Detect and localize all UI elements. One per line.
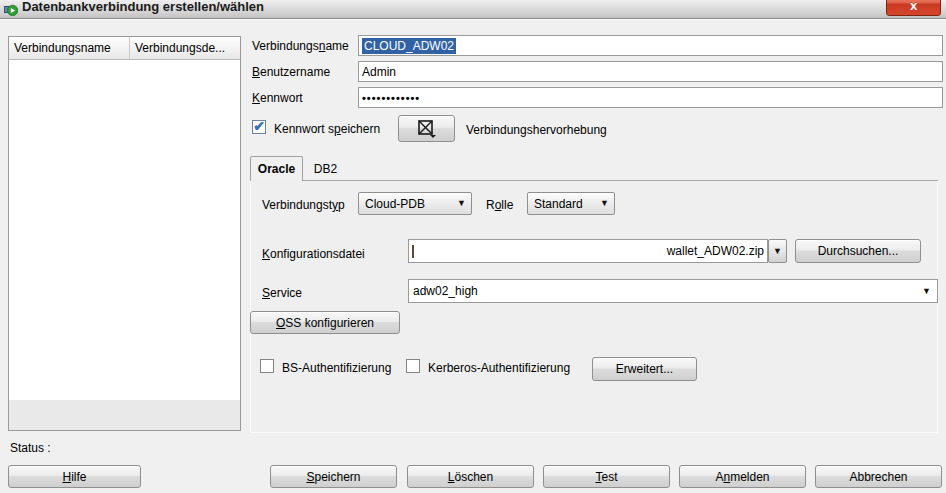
connection-type-select[interactable]: Cloud-PDB ▼ (358, 192, 472, 215)
label-part: Status : (10, 441, 51, 455)
label-mnemonic: K (252, 91, 260, 105)
column-header-details-label: Verbindungsde... (135, 41, 225, 55)
service-value: adw02_high (413, 284, 478, 298)
titlebar-divider (0, 19, 946, 20)
test-button-label: Test (595, 470, 617, 484)
label-mnemonic: K (262, 247, 270, 261)
username-label: Benutzername (252, 65, 330, 79)
role-label: Rolle (486, 198, 513, 212)
browse-button[interactable]: Durchsuchen... (795, 239, 921, 263)
service-select[interactable]: adw02_high ▼ (408, 279, 938, 303)
label-part: BS-Authentifizierung (282, 361, 391, 375)
close-icon: x (910, 0, 917, 13)
text-cursor (412, 245, 414, 258)
checkmark-icon: ✔ (253, 119, 265, 133)
os-auth-label: BS-Authentifizierung (282, 361, 391, 375)
label-part: ame (325, 39, 348, 53)
help-button-label: Hilfe (62, 470, 86, 484)
label-part: peichern (314, 470, 360, 484)
label-part: melden (730, 470, 769, 484)
connection-dialog: Datenbankverbindung erstellen/wählen x V… (0, 0, 946, 493)
column-header-name[interactable]: Verbindungsname (9, 37, 130, 60)
label-part: eichern (341, 122, 380, 136)
browse-button-label: Durchsuchen... (818, 244, 899, 258)
label-part: ervice (270, 286, 302, 300)
service-label: Service (262, 286, 302, 300)
password-value: •••••••••••• (362, 92, 420, 104)
label-mnemonic: O (276, 316, 285, 330)
connection-color-label: Verbindungshervorhebung (466, 123, 607, 137)
label-part: onfigurationsdatei (270, 247, 365, 261)
connection-name-value: CLOUD_ADW02 (362, 38, 456, 54)
delete-button-label: Löschen (448, 470, 493, 484)
label-part: ennwort (260, 91, 303, 105)
advanced-button-label: Erweitert... (616, 362, 673, 376)
role-select[interactable]: Standard ▼ (527, 192, 615, 215)
status-label: Status : (10, 441, 51, 455)
connections-list[interactable]: Verbindungsname Verbindungsde... (8, 36, 241, 431)
test-button[interactable]: Test (543, 465, 670, 488)
connect-button-label: Anmelden (715, 470, 769, 484)
new-connection-icon (4, 2, 18, 16)
tab-oracle[interactable]: Oracle (250, 156, 303, 181)
password-input[interactable]: •••••••••••• (358, 87, 943, 108)
save-button-label: Speichern (306, 470, 360, 484)
role-value: Standard (534, 197, 583, 211)
tab-db2-label: DB2 (314, 162, 337, 176)
tab-db2[interactable]: DB2 (303, 158, 348, 180)
close-button[interactable]: x (886, 0, 941, 16)
label-part: ilfe (71, 470, 86, 484)
config-file-input[interactable]: wallet_ADW02.zip (408, 239, 768, 263)
label-mnemonic: B (252, 65, 260, 79)
connections-list-footer (9, 400, 240, 430)
label-part: Verbindungshervorhebung (466, 123, 607, 137)
username-input[interactable]: Admin (358, 61, 943, 82)
label-part: Verbindungst (262, 198, 332, 212)
connections-list-header: Verbindungsname Verbindungsde... (9, 37, 240, 60)
label-mnemonic: H (62, 470, 71, 484)
username-value: Admin (362, 65, 396, 79)
save-password-checkbox[interactable]: ✔ (252, 120, 266, 134)
kerberos-auth-checkbox[interactable] (406, 359, 420, 373)
oss-configure-label: OSS konfigurieren (276, 316, 374, 330)
connection-color-button[interactable] (398, 115, 455, 142)
label-mnemonic: S (262, 286, 270, 300)
label-part: Kennwort s (274, 122, 334, 136)
label-part: öschen (454, 470, 493, 484)
cancel-button[interactable]: Abbrechen (815, 465, 942, 488)
config-file-dropdown-button[interactable]: ▼ (768, 239, 787, 263)
connection-type-label: Verbindungstyp (262, 198, 345, 212)
chevron-down-icon: ▼ (773, 247, 782, 256)
connections-list-body[interactable] (9, 60, 240, 400)
label-mnemonic: p (334, 122, 341, 136)
titlebar[interactable]: Datenbankverbindung erstellen/wählen x (0, 0, 946, 19)
cancel-button-label: Abbrechen (849, 470, 907, 484)
chevron-down-icon: ▼ (457, 199, 466, 208)
advanced-button[interactable]: Erweitert... (592, 357, 697, 381)
delete-button[interactable]: Löschen (407, 465, 534, 488)
label-part: enutzername (260, 65, 330, 79)
label-part: Kerberos-Authentifizierung (428, 361, 570, 375)
column-header-name-label: Verbindungsname (14, 41, 111, 55)
connection-name-input[interactable]: CLOUD_ADW02 (358, 35, 943, 56)
save-password-label: Kennwort speichern (274, 122, 380, 136)
password-label: Kennwort (252, 91, 303, 105)
config-file-label: Konfigurationsdatei (262, 247, 365, 261)
chevron-down-icon: ▼ (600, 199, 609, 208)
oss-configure-button[interactable]: OSS konfigurieren (250, 311, 400, 334)
color-picker-icon (416, 120, 438, 138)
kerberos-auth-label: Kerberos-Authentifizierung (428, 361, 570, 375)
connect-button[interactable]: Anmelden (679, 465, 806, 488)
oracle-tab-panel (250, 181, 938, 433)
label-part: p (338, 198, 345, 212)
config-file-value: wallet_ADW02.zip (667, 244, 764, 258)
label-part: lle (501, 198, 513, 212)
chevron-down-icon: ▼ (922, 287, 931, 296)
save-button[interactable]: Speichern (270, 465, 397, 488)
label-part: R (486, 198, 495, 212)
connection-name-label: Verbindungsname (252, 39, 349, 53)
connection-type-value: Cloud-PDB (365, 197, 425, 211)
help-button[interactable]: Hilfe (8, 465, 141, 488)
os-auth-checkbox[interactable] (260, 359, 274, 373)
column-header-details[interactable]: Verbindungsde... (130, 37, 240, 60)
